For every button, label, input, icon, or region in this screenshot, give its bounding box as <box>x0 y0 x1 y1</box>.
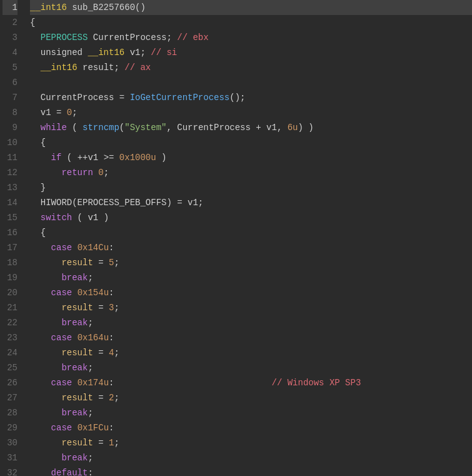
token: 0 <box>67 105 72 120</box>
token: // ax <box>124 60 151 75</box>
token: case <box>30 285 72 300</box>
token: } <box>30 180 46 195</box>
code-content[interactable]: __int16 sub_B2257660(){ PEPROCESS Curren… <box>23 0 472 476</box>
token: = <box>93 390 109 405</box>
token: ( ++v1 >= <box>61 150 119 165</box>
line-number: 9 <box>3 120 18 135</box>
token: : <box>88 465 93 476</box>
token: ( v1 ) <box>72 210 109 225</box>
line-number: 18 <box>3 255 18 270</box>
token: 6u <box>288 120 298 135</box>
token: v1 = <box>30 105 67 120</box>
token: ; <box>114 345 119 360</box>
token: ; <box>114 435 119 450</box>
token: break <box>30 270 88 285</box>
token: = <box>93 255 109 270</box>
code-line: case 0x1FCu: <box>30 420 472 435</box>
line-number: 2 <box>3 15 18 30</box>
line-number: 17 <box>3 240 18 255</box>
code-line: } <box>30 180 472 195</box>
code-line: case 0x14Cu: <box>30 240 472 255</box>
token: 0x14Cu <box>78 240 109 255</box>
token: ; <box>88 315 93 330</box>
token: 2 <box>109 390 114 405</box>
line-number: 12 <box>3 165 18 180</box>
token: : <box>109 375 114 390</box>
token: ( <box>67 120 83 135</box>
token: result <box>30 390 93 405</box>
token: { <box>30 15 35 30</box>
token: 1 <box>109 435 114 450</box>
line-number: 27 <box>3 390 18 405</box>
token: : <box>109 285 114 300</box>
token: // si <box>151 45 177 60</box>
line-numbers: 1234567891011121314151617181920212223242… <box>0 0 23 476</box>
token <box>93 165 98 180</box>
code-line: switch ( v1 ) <box>30 210 472 225</box>
code-line: break; <box>30 405 472 420</box>
token: // ebx <box>177 30 208 45</box>
token: ; <box>88 405 93 420</box>
code-line: { <box>30 135 472 150</box>
token: strncmp <box>83 120 119 135</box>
token: default <box>30 465 88 476</box>
token: 3 <box>109 300 114 315</box>
token: ; <box>88 450 93 465</box>
token: 5 <box>109 255 114 270</box>
line-number: 29 <box>3 420 18 435</box>
token <box>72 375 77 390</box>
line-number: 11 <box>3 150 18 165</box>
line-number: 22 <box>3 315 18 330</box>
token: unsigned <box>30 45 83 60</box>
code-line: if ( ++v1 >= 0x1000u ) <box>30 150 472 165</box>
token <box>72 285 77 300</box>
code-line: break; <box>30 270 472 285</box>
code-line: { <box>30 225 472 240</box>
token: ; <box>72 105 77 120</box>
line-number: 23 <box>3 330 18 345</box>
token: result <box>30 345 93 360</box>
token: = <box>93 300 109 315</box>
token: (); <box>229 90 245 105</box>
token: ) ) <box>298 120 314 135</box>
token: case <box>30 420 72 435</box>
token: __int16 <box>30 0 67 15</box>
token: = <box>93 345 109 360</box>
line-number: 8 <box>3 105 18 120</box>
token: switch <box>30 210 72 225</box>
line-number: 20 <box>3 285 18 300</box>
token: __int16 <box>83 45 124 60</box>
token: break <box>30 360 88 375</box>
token: return <box>30 165 93 180</box>
token: break <box>30 450 88 465</box>
code-line: __int16 sub_B2257660() <box>30 0 472 15</box>
token: PEPROCESS <box>30 30 88 45</box>
token: "System" <box>124 120 166 135</box>
token: 0x1000u <box>119 150 156 165</box>
line-number: 7 <box>3 90 18 105</box>
line-number: 31 <box>3 450 18 465</box>
code-line: break; <box>30 315 472 330</box>
token <box>72 330 77 345</box>
line-number: 16 <box>3 225 18 240</box>
code-line: break; <box>30 450 472 465</box>
token: result <box>30 255 93 270</box>
code-line: result = 5; <box>30 255 472 270</box>
token: : <box>109 420 114 435</box>
code-line: result = 4; <box>30 345 472 360</box>
token: ; <box>88 270 93 285</box>
token: 0x164u <box>78 330 109 345</box>
token: HIWORD(EPROCESS_PEB_OFFS) = v1; <box>30 195 203 210</box>
line-number: 3 <box>3 30 18 45</box>
line-number: 24 <box>3 345 18 360</box>
token: break <box>30 405 88 420</box>
token: case <box>30 240 72 255</box>
token: 4 <box>109 345 114 360</box>
token: 0x174u <box>78 375 109 390</box>
code-line: break; <box>30 360 472 375</box>
code-line: result = 2; <box>30 390 472 405</box>
line-number: 14 <box>3 195 18 210</box>
code-line: __int16 result; // ax <box>30 60 472 75</box>
code-line: return 0; <box>30 165 472 180</box>
code-line: case 0x164u: <box>30 330 472 345</box>
